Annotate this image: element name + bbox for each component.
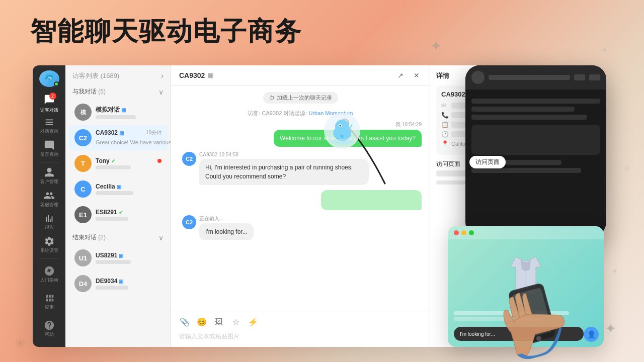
- sidebar-label-service-mgmt: 客服管理: [40, 202, 58, 208]
- visitor-preview-bar: [96, 286, 128, 290]
- sidebar-divider: [39, 162, 59, 162]
- visitor-name: 模拟对话 ▣: [96, 106, 126, 114]
- mobile-content-block: [471, 125, 600, 155]
- sidebar-item-settings[interactable]: 系统设置: [37, 234, 62, 255]
- section-ended-conversations[interactable]: 结束对话 (2) ∨: [65, 230, 171, 245]
- emoji-button[interactable]: 😊: [196, 316, 207, 327]
- visitor-info: US8291 ▣: [96, 252, 162, 264]
- visitor-name-tony: Tony ✔: [96, 157, 115, 164]
- mobile-line-5: [471, 168, 581, 173]
- sparkle-icon-4: ✦: [611, 266, 618, 276]
- star-button[interactable]: ☆: [230, 316, 242, 327]
- visitor-avatar: T: [74, 155, 92, 172]
- section-my-conversations[interactable]: 与我对话 (5) ∨: [65, 84, 171, 99]
- mobile-btn-1: [574, 74, 585, 80]
- image-button[interactable]: 🖼: [213, 316, 224, 327]
- sparkle-icon-3: ⊙: [624, 163, 630, 173]
- list-item[interactable]: C2 CA9302 ▣ 10分钟 Great choice! We have v…: [68, 125, 168, 150]
- load-history-button[interactable]: ⏱ 加载上一次的聊天记录: [263, 92, 338, 104]
- visitor-name: DE9034 ▣: [96, 278, 123, 285]
- chat-title: CA9302 ▣: [179, 71, 213, 79]
- sidebar-label-help: 帮助: [45, 332, 54, 337]
- sidebar-item-visitor-chat[interactable]: 2 访客对话: [37, 92, 62, 113]
- sidebar-item-guide[interactable]: 入门指南: [37, 261, 62, 287]
- sparkle-icon-1: ✦: [430, 38, 442, 54]
- visitor-info: Cecilia ▣: [96, 183, 162, 195]
- list-item[interactable]: C Cecilia ▣: [68, 176, 168, 202]
- visitor-avatar: C: [74, 180, 92, 198]
- svg-point-2: [335, 120, 349, 134]
- flash-button[interactable]: ⚡: [248, 316, 259, 327]
- visitor-preview-bar: [96, 191, 133, 195]
- chat-header-actions: ↗ ✕: [395, 70, 422, 80]
- message-content: 正在输入... I'm looking for...: [199, 215, 254, 240]
- list-item[interactable]: T Tony ✔: [68, 151, 168, 176]
- sidebar-divider-2: [39, 258, 59, 258]
- mobile-line-1: [471, 99, 600, 104]
- visit-page-label: 访问页面: [469, 156, 506, 168]
- sidebar-item-quick-reply[interactable]: 留言查询: [37, 138, 62, 159]
- user-chat-avatar: 👤: [584, 327, 599, 342]
- sidebar-label-reports: 报告: [45, 225, 54, 230]
- sidebar-item-customer-mgmt[interactable]: 客户管理: [37, 165, 62, 187]
- list-item[interactable]: 模 模拟对话 ▣: [68, 100, 168, 125]
- visitor-chat-badge: 2: [49, 93, 56, 100]
- page-title: 智能聊天驱动电子商务: [30, 14, 302, 49]
- visitor-info: CA9302 ▣ 10分钟 Great choice! We have vari…: [96, 129, 162, 146]
- list-item[interactable]: U1 US8291 ▣: [68, 245, 168, 270]
- email-icon: ✉: [441, 102, 448, 109]
- visitor-info: Tony ✔: [96, 157, 162, 169]
- visitor-avatar: D4: [74, 275, 92, 292]
- chat-input-area: 请输入文本或粘贴图片: [171, 329, 430, 347]
- visitor-name: Cecilia ▣: [96, 183, 121, 190]
- visitor-info: ES8291 ✔: [96, 209, 162, 221]
- visitor-info: 模拟对话 ▣: [96, 106, 162, 119]
- sparkle-icon-5: ✦: [605, 320, 616, 337]
- visitor-avatar: C2: [74, 129, 92, 146]
- sidebar-item-service-mgmt[interactable]: 客服管理: [37, 188, 62, 209]
- section-label-my-conversations: 与我对话 (5): [72, 87, 106, 96]
- clock-icon: ⏱: [269, 95, 275, 101]
- sidebar-label-guide: 入门指南: [40, 278, 58, 283]
- visitor-list: 模 模拟对话 ▣ C2 CA9302 ▣ 10分钟 Great choice! …: [65, 99, 171, 347]
- mobile-phone-mockup: [465, 65, 606, 236]
- message-avatar: C2: [182, 152, 196, 166]
- sparkle-icon-2: ✦: [601, 45, 608, 55]
- sidebar-label-visitor-chat: 访客对话: [40, 108, 58, 113]
- visitor-panel-title: 访客列表 (1689): [72, 71, 119, 80]
- visitor-preview-bar: [96, 217, 128, 221]
- message-row-typing: C2 正在输入... I'm looking for...: [179, 215, 422, 240]
- msg-icon: ▣: [121, 107, 126, 113]
- visitor-name: CA9302 ▣: [96, 129, 124, 136]
- list-item[interactable]: D4 DE9034 ▣: [68, 271, 168, 296]
- sidebar-bottom: 入门指南 应用 帮助: [37, 256, 62, 342]
- sidebar-item-apps[interactable]: 应用: [37, 289, 62, 314]
- visitor-avatar: 模: [74, 104, 92, 121]
- close-button[interactable]: ✕: [412, 70, 422, 80]
- share-button[interactable]: ↗: [395, 70, 406, 80]
- chat-id-icon: ▣: [208, 72, 213, 79]
- browser-dot-red: [454, 230, 459, 235]
- visitor-panel-header: 访客列表 (1689) ›: [65, 65, 171, 84]
- visitor-panel: 访客列表 (1689) › 与我对话 (5) ∨ 模 模拟对话 ▣: [65, 65, 171, 347]
- sidebar-item-reports[interactable]: 报告: [37, 211, 62, 232]
- browser-window-header: [448, 226, 604, 239]
- svg-point-4: [340, 125, 341, 127]
- visitor-preview-bar: [96, 260, 131, 264]
- time-icon: 🕐: [441, 131, 448, 138]
- sidebar-item-conversation-query[interactable]: 对话查询: [37, 115, 62, 136]
- online-status-dot: [54, 81, 59, 86]
- sidebar-label-settings: 系统设置: [40, 248, 58, 253]
- chat-header: CA9302 ▣ ↗ ✕: [171, 65, 430, 86]
- chevron-down-icon: ∨: [158, 88, 164, 96]
- sidebar-item-help[interactable]: 帮助: [37, 316, 62, 341]
- list-item[interactable]: E1 ES8291 ✔: [68, 202, 168, 227]
- unread-dot: [157, 159, 162, 163]
- browser-dot-yellow: [461, 230, 466, 235]
- expand-icon[interactable]: ›: [161, 71, 164, 80]
- visitor-time: 10分钟: [146, 129, 162, 136]
- sidebar-label-customer-mgmt: 客户管理: [40, 179, 58, 185]
- attachment-button[interactable]: 📎: [179, 316, 190, 327]
- sidebar-label-conversation-query: 对话查询: [40, 129, 58, 134]
- avatar[interactable]: 🐬: [39, 70, 59, 87]
